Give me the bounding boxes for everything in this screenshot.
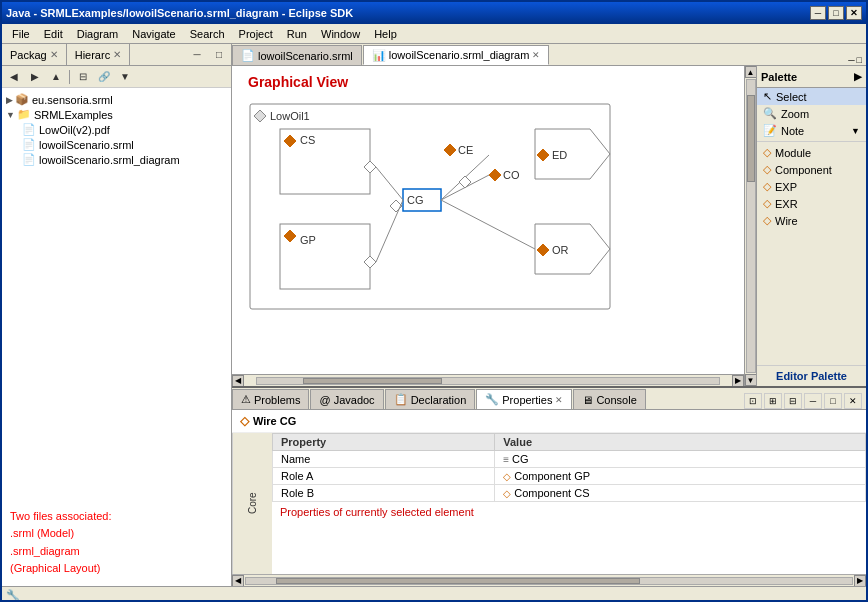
scroll-right-btn[interactable]: ▶ bbox=[732, 375, 744, 387]
bottom-panel: ⚠ Problems @ Javadoc 📋 Declaration 🔧 bbox=[232, 386, 866, 586]
bottom-tab-declaration[interactable]: 📋 Declaration bbox=[385, 389, 476, 409]
tab-hierarchy[interactable]: Hierarc ✕ bbox=[67, 44, 130, 65]
bottom-scrollbar-horizontal[interactable]: ◀ ▶ bbox=[232, 574, 866, 586]
menu-edit[interactable]: Edit bbox=[38, 26, 69, 42]
bottom-tab-console[interactable]: 🖥 Console bbox=[573, 389, 645, 409]
property-rolea-label: Role A bbox=[273, 468, 495, 485]
palette-arrow[interactable]: ▶ bbox=[854, 71, 862, 82]
info-line-4: (Graphical Layout) bbox=[10, 560, 223, 578]
menu-diagram[interactable]: Diagram bbox=[71, 26, 125, 42]
editor-tab-maximize[interactable]: □ bbox=[857, 55, 862, 65]
palette-item-note[interactable]: 📝 Note ▼ bbox=[757, 122, 866, 139]
h-scroll-thumb[interactable] bbox=[276, 578, 640, 584]
editor-tab-diagram[interactable]: 📊 lowoilScenario.srml_diagram ✕ bbox=[363, 45, 550, 65]
editor-tab-srml[interactable]: 📄 lowoilScenario.srml bbox=[232, 45, 362, 65]
tab-diagram-close[interactable]: ✕ bbox=[532, 50, 540, 60]
palette-item-module[interactable]: ◇ Module bbox=[757, 144, 866, 161]
name-lines-icon: ≡ bbox=[503, 454, 509, 465]
bottom-toolbar-btn-1[interactable]: ⊡ bbox=[744, 393, 762, 409]
tree-item-lowoil-pdf[interactable]: 📄 LowOil(v2).pdf bbox=[2, 122, 231, 137]
maximize-panel-btn[interactable]: □ bbox=[209, 46, 229, 64]
menu-help[interactable]: Help bbox=[368, 26, 403, 42]
palette-item-wire[interactable]: ◇ Wire bbox=[757, 212, 866, 229]
svg-text:GP: GP bbox=[300, 234, 316, 246]
bottom-tab-javadoc[interactable]: @ Javadoc bbox=[310, 389, 383, 409]
bottom-tabs-bar: ⚠ Problems @ Javadoc 📋 Declaration 🔧 bbox=[232, 388, 866, 410]
minimize-panel-btn[interactable]: ─ bbox=[187, 46, 207, 64]
minimize-button[interactable]: ─ bbox=[810, 6, 826, 20]
bottom-close-btn[interactable]: ✕ bbox=[844, 393, 862, 409]
palette-item-exr[interactable]: ◇ EXR bbox=[757, 195, 866, 212]
vertical-scrollbar[interactable]: ▲ ▼ bbox=[744, 66, 756, 386]
svg-line-25 bbox=[376, 200, 403, 262]
menu-navigate[interactable]: Navigate bbox=[126, 26, 181, 42]
property-roleb-value: ◇ Component CS bbox=[495, 485, 866, 502]
maximize-button[interactable]: □ bbox=[828, 6, 844, 20]
tree-item-lowoil-srml[interactable]: 📄 lowoilScenario.srml bbox=[2, 137, 231, 152]
svg-text:CE: CE bbox=[458, 144, 473, 156]
content-area: Packag ✕ Hierarc ✕ ─ □ ◀ ▶ ▲ ⊟ 🔗 bbox=[2, 44, 866, 586]
scrollbar-thumb-h[interactable] bbox=[303, 378, 442, 384]
up-button[interactable]: ▲ bbox=[46, 68, 66, 86]
declaration-icon: 📋 bbox=[394, 393, 408, 406]
note-icon: 📝 bbox=[763, 124, 777, 137]
console-icon: 🖥 bbox=[582, 394, 593, 406]
link-with-editor-button[interactable]: 🔗 bbox=[94, 68, 114, 86]
bottom-toolbar-btn-3[interactable]: ⊟ bbox=[784, 393, 802, 409]
component-diamond-icon: ◇ bbox=[763, 163, 771, 176]
v-scroll-track[interactable] bbox=[746, 79, 756, 373]
menu-window[interactable]: Window bbox=[315, 26, 366, 42]
scroll-up-btn[interactable]: ▲ bbox=[745, 66, 757, 78]
bottom-maximize-btn[interactable]: □ bbox=[824, 393, 842, 409]
palette-item-zoom[interactable]: 🔍 Zoom bbox=[757, 105, 866, 122]
bottom-minimize-btn[interactable]: ─ bbox=[804, 393, 822, 409]
palette-item-exp[interactable]: ◇ EXP bbox=[757, 178, 866, 195]
back-button[interactable]: ◀ bbox=[4, 68, 24, 86]
hierarchy-close[interactable]: ✕ bbox=[113, 49, 121, 60]
bottom-tab-properties[interactable]: 🔧 Properties ✕ bbox=[476, 389, 572, 409]
wire-cg-label: Wire CG bbox=[253, 415, 296, 427]
close-button[interactable]: ✕ bbox=[846, 6, 862, 20]
palette-item-component[interactable]: ◇ Component bbox=[757, 161, 866, 178]
name-value-text: CG bbox=[512, 453, 529, 465]
collapse-all-button[interactable]: ⊟ bbox=[73, 68, 93, 86]
scroll-down-btn[interactable]: ▼ bbox=[745, 374, 757, 386]
diagram-icon: 📄 bbox=[22, 153, 36, 166]
h-scroll-track[interactable] bbox=[245, 577, 853, 585]
tree-label-eu: eu.sensoria.srml bbox=[32, 94, 113, 106]
view-menu-button[interactable]: ▼ bbox=[115, 68, 135, 86]
palette-footer: Editor Palette bbox=[757, 365, 866, 386]
palette-item-select[interactable]: ↖ Select bbox=[757, 88, 866, 105]
editor-tab-minimize[interactable]: ─ bbox=[848, 55, 854, 65]
bottom-tab-problems[interactable]: ⚠ Problems bbox=[232, 389, 309, 409]
tree-item-eu-sensoria[interactable]: ▶ 📦 eu.sensoria.srml bbox=[2, 92, 231, 107]
core-tab[interactable]: Core bbox=[232, 433, 272, 574]
scroll-left-btn[interactable]: ◀ bbox=[232, 375, 244, 387]
menu-file[interactable]: File bbox=[6, 26, 36, 42]
h-scroll-left-btn[interactable]: ◀ bbox=[232, 575, 244, 587]
tab-package-explorer[interactable]: Packag ✕ bbox=[2, 44, 67, 65]
svg-marker-17 bbox=[537, 244, 549, 256]
svg-text:CO: CO bbox=[503, 169, 520, 181]
property-name-value: ≡ CG bbox=[495, 451, 866, 468]
svg-text:CG: CG bbox=[407, 194, 424, 206]
diagram-scroll-area[interactable]: Graphical View LowOil1 CS bbox=[232, 66, 744, 374]
properties-close[interactable]: ✕ bbox=[555, 395, 563, 405]
wire-diamond-icon: ◇ bbox=[763, 214, 771, 227]
menu-search[interactable]: Search bbox=[184, 26, 231, 42]
tree-item-lowoil-diagram[interactable]: 📄 lowoilScenario.srml_diagram bbox=[2, 152, 231, 167]
scrollbar-track-h[interactable] bbox=[256, 377, 720, 385]
v-scroll-thumb[interactable] bbox=[747, 95, 755, 183]
menu-project[interactable]: Project bbox=[233, 26, 279, 42]
note-dropdown-icon[interactable]: ▼ bbox=[851, 126, 860, 136]
menu-run[interactable]: Run bbox=[281, 26, 313, 42]
palette-exp-label: EXP bbox=[775, 181, 797, 193]
palette-separator-1 bbox=[757, 141, 866, 142]
h-scroll-right-btn[interactable]: ▶ bbox=[854, 575, 866, 587]
package-explorer-close[interactable]: ✕ bbox=[50, 49, 58, 60]
info-line-2: .srml (Model) bbox=[10, 525, 223, 543]
bottom-toolbar-btn-2[interactable]: ⊞ bbox=[764, 393, 782, 409]
forward-button[interactable]: ▶ bbox=[25, 68, 45, 86]
tree-item-srml-examples[interactable]: ▼ 📁 SRMLExamples bbox=[2, 107, 231, 122]
diagram-scrollbar-horizontal[interactable]: ◀ ▶ bbox=[232, 374, 744, 386]
